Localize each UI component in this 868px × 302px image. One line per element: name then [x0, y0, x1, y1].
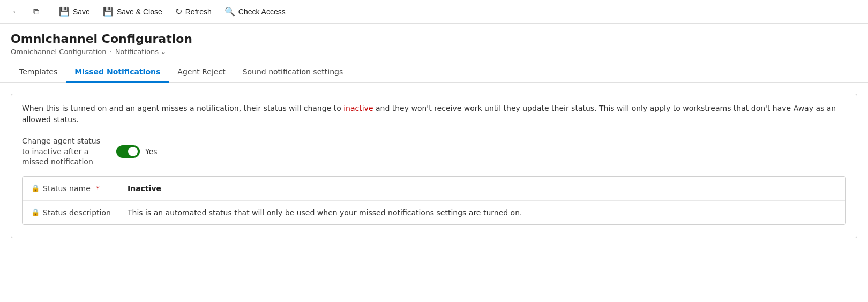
refresh-button[interactable]: ↻ Refresh [170, 3, 217, 20]
save-close-label: Save & Close [117, 7, 162, 16]
toggle-control: Yes [116, 145, 158, 158]
field-row-status-name: 🔒 Status name * Inactive [23, 177, 845, 201]
lock-icon-status-name: 🔒 [31, 184, 40, 192]
field-value-status-description: This is an automated status that will on… [128, 208, 837, 217]
save-button[interactable]: 💾 Save [54, 3, 95, 20]
toolbar-separator-1 [49, 5, 49, 18]
breadcrumb-separator: · [109, 48, 111, 56]
page-title: Omnichannel Configuration [11, 32, 857, 46]
share-button[interactable]: ⧉ [28, 4, 44, 20]
check-access-label: Check Access [238, 7, 286, 16]
info-text-highlight: inactive [343, 104, 373, 112]
toggle-slider [116, 145, 140, 158]
lock-icon-status-description: 🔒 [31, 208, 40, 216]
tab-templates[interactable]: Templates [11, 62, 66, 83]
share-icon: ⧉ [33, 7, 39, 17]
required-asterisk-status-name: * [96, 184, 100, 193]
save-label: Save [73, 7, 90, 16]
back-button[interactable]: ← [6, 4, 26, 20]
field-label-status-description: 🔒 Status description [31, 208, 128, 217]
save-icon: 💾 [59, 6, 70, 17]
save-close-icon: 💾 [103, 6, 114, 17]
toggle-switch[interactable] [116, 145, 140, 158]
refresh-icon: ↻ [175, 6, 182, 17]
save-close-button[interactable]: 💾 Save & Close [98, 3, 168, 20]
field-label-status-name: 🔒 Status name * [31, 184, 128, 193]
page-header: Omnichannel Configuration Omnichannel Co… [0, 24, 868, 56]
chevron-down-icon: ⌄ [161, 48, 166, 56]
check-access-button[interactable]: 🔍 Check Access [219, 3, 291, 20]
check-access-icon: 🔍 [225, 6, 235, 17]
field-row-status-description: 🔒 Status description This is an automate… [23, 201, 845, 224]
missed-notifications-panel: When this is turned on and an agent miss… [11, 94, 857, 238]
field-value-status-name: Inactive [128, 184, 837, 193]
breadcrumb-current[interactable]: Notifications ⌄ [115, 48, 166, 56]
info-text-part1: When this is turned on and an agent miss… [22, 104, 343, 112]
toolbar: ← ⧉ 💾 Save 💾 Save & Close ↻ Refresh 🔍 Ch… [0, 0, 868, 24]
refresh-label: Refresh [185, 7, 212, 16]
toggle-yes-label: Yes [145, 147, 158, 156]
breadcrumb: Omnichannel Configuration · Notification… [11, 48, 857, 56]
content-area: When this is turned on and an agent miss… [0, 83, 868, 249]
tab-bar: Templates Missed Notifications Agent Rej… [0, 56, 868, 83]
breadcrumb-current-label: Notifications [115, 48, 159, 56]
tab-sound-notification-settings[interactable]: Sound notification settings [234, 62, 352, 83]
breadcrumb-root[interactable]: Omnichannel Configuration [11, 48, 106, 56]
toggle-label: Change agent status to inactive after a … [22, 136, 108, 168]
tab-agent-reject[interactable]: Agent Reject [169, 62, 234, 83]
back-icon: ← [12, 7, 20, 17]
fields-table: 🔒 Status name * Inactive 🔒 Status descri… [22, 176, 846, 225]
tab-missed-notifications[interactable]: Missed Notifications [66, 62, 169, 83]
info-text: When this is turned on and an agent miss… [22, 103, 846, 125]
toggle-row: Change agent status to inactive after a … [22, 136, 846, 168]
